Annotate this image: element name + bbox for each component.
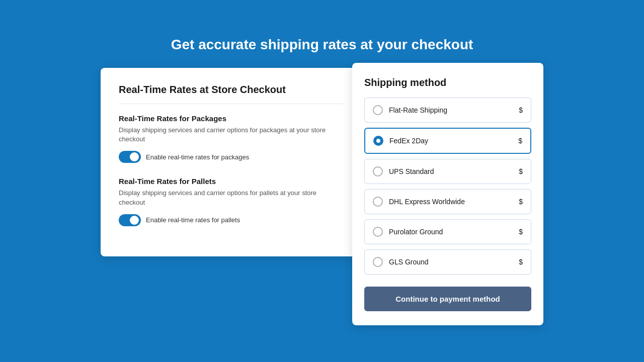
pallets-section-title: Real-Time Rates for Pallets — [119, 177, 344, 186]
option-name-fedex-2day: FedEx 2Day — [389, 137, 428, 145]
option-name-gls-ground: GLS Ground — [389, 258, 429, 266]
packages-toggle-label: Enable real-time rates for packages — [146, 153, 249, 161]
option-price-gls-ground: $ — [519, 258, 523, 266]
pallets-section-desc: Display shipping services and carrier op… — [119, 189, 344, 207]
cards-container: Real-Time Rates at Store Checkout Real-T… — [101, 68, 543, 325]
packages-toggle-row: Enable real-time rates for packages — [119, 151, 344, 163]
shipping-option-fedex-2day[interactable]: FedEx 2Day$ — [364, 128, 531, 154]
option-name-dhl-express: DHL Express Worldwide — [389, 198, 465, 206]
option-price-ups-standard: $ — [519, 167, 523, 175]
shipping-option-dhl-express[interactable]: DHL Express Worldwide$ — [364, 189, 531, 214]
radio-purolator — [373, 227, 383, 237]
shipping-option-flat-rate[interactable]: Flat-Rate Shipping$ — [364, 98, 531, 123]
left-card: Real-Time Rates at Store Checkout Real-T… — [101, 68, 362, 256]
option-name-flat-rate: Flat-Rate Shipping — [389, 106, 447, 114]
pallets-toggle-row: Enable real-time rates for pallets — [119, 214, 344, 226]
option-name-ups-standard: UPS Standard — [389, 167, 434, 175]
packages-toggle[interactable] — [119, 151, 141, 163]
packages-section-title: Real-Time Rates for Packages — [119, 114, 344, 123]
pallets-toggle[interactable] — [119, 214, 141, 226]
option-name-purolator: Purolator Ground — [389, 228, 443, 236]
option-price-purolator: $ — [519, 228, 523, 236]
right-card: Shipping method Flat-Rate Shipping$FedEx… — [352, 63, 543, 325]
pallets-section: Real-Time Rates for Pallets Display ship… — [119, 177, 344, 226]
left-card-title: Real-Time Rates at Store Checkout — [119, 84, 344, 104]
radio-gls-ground — [373, 257, 383, 267]
option-price-fedex-2day: $ — [518, 137, 522, 145]
shipping-option-purolator[interactable]: Purolator Ground$ — [364, 219, 531, 244]
option-price-dhl-express: $ — [519, 198, 523, 206]
radio-ups-standard — [373, 166, 383, 176]
radio-dhl-express — [373, 197, 383, 207]
radio-fedex-2day — [373, 136, 383, 146]
radio-flat-rate — [373, 105, 383, 115]
continue-to-payment-button[interactable]: Continue to payment method — [364, 287, 531, 311]
shipping-option-gls-ground[interactable]: GLS Ground$ — [364, 249, 531, 275]
shipping-options-list: Flat-Rate Shipping$FedEx 2Day$UPS Standa… — [364, 98, 531, 275]
option-price-flat-rate: $ — [519, 106, 523, 114]
shipping-option-ups-standard[interactable]: UPS Standard$ — [364, 159, 531, 184]
page-title: Get accurate shipping rates at your chec… — [171, 37, 473, 53]
shipping-title: Shipping method — [364, 77, 531, 88]
packages-section: Real-Time Rates for Packages Display shi… — [119, 114, 344, 163]
pallets-toggle-label: Enable real-time rates for pallets — [146, 216, 240, 224]
packages-section-desc: Display shipping services and carrier op… — [119, 126, 344, 144]
